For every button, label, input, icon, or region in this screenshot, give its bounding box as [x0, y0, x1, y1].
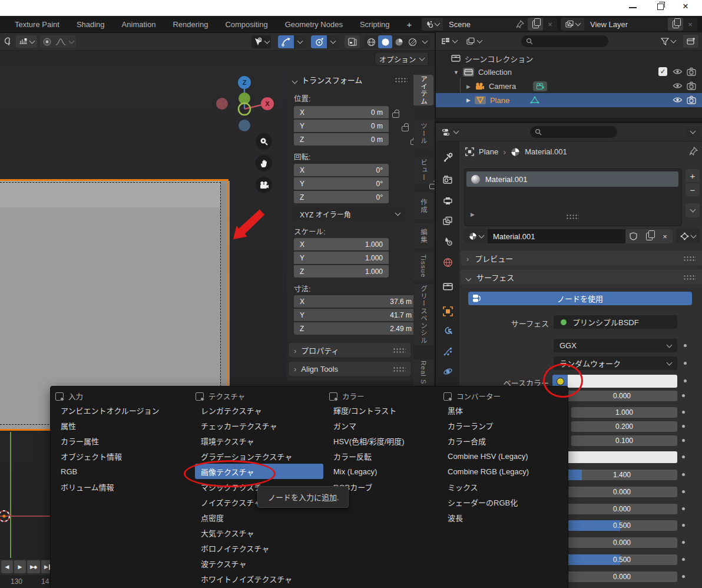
gizmo-neg-x-axis[interactable]: [216, 98, 228, 110]
proportional-editing-toggle[interactable]: [311, 35, 327, 48]
disclosure-open-icon[interactable]: ▼: [453, 70, 459, 75]
animate-dot[interactable]: [682, 524, 685, 527]
animate-dot[interactable]: [682, 507, 685, 510]
menu-item-color-attribute[interactable]: カラー属性: [61, 433, 99, 448]
view-layer-selector[interactable]: View Layer ×: [561, 18, 697, 31]
camera-view-button[interactable]: [256, 177, 272, 193]
menu-item-shader-to-rgb[interactable]: シェーダーのRGB化: [448, 494, 518, 510]
tab-view-layer-icon[interactable]: [443, 216, 453, 226]
node-tree-dropdown[interactable]: [675, 229, 700, 243]
shading-rendered-button[interactable]: [406, 35, 419, 48]
shader-number-field[interactable]: 0.000: [567, 572, 677, 582]
render-preview-toggle[interactable]: [345, 35, 360, 48]
shader-number-field[interactable]: 0.000: [567, 391, 677, 401]
menu-item-combine-hsv-legacy[interactable]: Combine HSV (Legacy): [448, 448, 528, 464]
collection-checkbox[interactable]: ✓: [658, 67, 667, 76]
breadcrumb-material[interactable]: Material.001: [525, 147, 567, 156]
base-color-swatch[interactable]: [568, 375, 677, 388]
menu-item-color-ramp[interactable]: カラーランプ: [448, 418, 494, 433]
close-button[interactable]: ×: [683, 1, 688, 12]
hide-viewport-eye-icon[interactable]: [673, 95, 683, 104]
menu-item-mix[interactable]: ミックス: [448, 479, 478, 494]
tab-render-icon[interactable]: [443, 175, 453, 184]
scene-selector[interactable]: Scene ×: [422, 18, 557, 31]
scale-z-field[interactable]: Z1.000: [294, 265, 389, 278]
menu-item-sky-texture[interactable]: 大気テクスチャ: [201, 525, 254, 540]
animate-dot[interactable]: [682, 541, 685, 544]
disclosure-closed-icon[interactable]: ▶: [466, 97, 471, 103]
curve-falloff-dropdown[interactable]: [16, 35, 37, 48]
shader-number-field[interactable]: 1.000: [571, 407, 677, 418]
menu-item-object-info[interactable]: オブジェクト情報: [61, 448, 122, 464]
workspace-tab-animation[interactable]: Animation: [122, 20, 156, 29]
scale-x-field[interactable]: X1.000: [294, 238, 389, 250]
surface-shader-field[interactable]: プリンシプルBSDF: [554, 315, 677, 329]
menu-item-invert-color[interactable]: カラー反転: [333, 448, 372, 464]
dimensions-x-field[interactable]: X37.6 m: [294, 295, 418, 308]
menu-item-gamma[interactable]: ガンマ: [333, 418, 356, 433]
shader-slider-field[interactable]: 0.500: [567, 520, 677, 531]
falloff-curve-icon[interactable]: [55, 38, 66, 46]
slot-list-resize-grip[interactable]: [566, 214, 579, 219]
menu-item-wavelength[interactable]: 波長: [448, 510, 463, 525]
menu-item-volume-info[interactable]: ボリューム情報: [61, 479, 114, 494]
menu-item-combine-color[interactable]: カラー合成: [448, 433, 486, 448]
snap-toggle[interactable]: [278, 35, 294, 48]
menu-item-blackbody[interactable]: 黒体: [448, 402, 463, 418]
menu-item-ambient-occlusion[interactable]: アンビエントオクルージョン: [61, 402, 160, 418]
disclosure-closed-icon[interactable]: ▶: [466, 84, 471, 90]
workspace-tab-geometry-nodes[interactable]: Geometry Nodes: [285, 20, 343, 29]
tab-scene-icon[interactable]: [443, 236, 453, 246]
menu-item-wave-texture[interactable]: 波テクスチャ: [201, 556, 246, 571]
location-x-field[interactable]: X0 m: [294, 106, 389, 118]
disable-render-camera-icon[interactable]: [687, 81, 696, 90]
view-layer-browse-button[interactable]: [561, 18, 584, 31]
shader-number-field[interactable]: 0.000: [567, 487, 677, 497]
shader-color-swatch[interactable]: [565, 451, 677, 463]
animate-dot[interactable]: [684, 379, 687, 382]
menu-item-brick-texture[interactable]: レンガテクスチャ: [201, 402, 261, 418]
sidebar-tab-item[interactable]: アイテム: [413, 75, 433, 105]
animate-dot[interactable]: [682, 439, 685, 442]
transform-panel-header[interactable]: トランスフォーム: [293, 74, 408, 85]
sidebar-tab-tool[interactable]: ツール: [413, 120, 433, 147]
tab-output-icon[interactable]: [443, 196, 453, 206]
align-tools-subpanel-header[interactable]: ›Align Tools: [289, 362, 410, 376]
sidebar-tab-grease-pencil[interactable]: グリースペンシル: [413, 284, 433, 345]
lock-location-x-icon[interactable]: [392, 113, 399, 118]
rotation-y-field[interactable]: Y0°: [294, 177, 389, 190]
add-workspace-button[interactable]: +: [407, 19, 412, 29]
lock-location-y-icon[interactable]: [402, 126, 409, 131]
shader-slider-field[interactable]: 0.500: [567, 554, 677, 565]
minimize-button[interactable]: [629, 7, 637, 8]
proportional-options-dropdown[interactable]: [327, 35, 339, 48]
outliner-row-scene-collection[interactable]: シーンコレクション: [451, 52, 533, 65]
scene-unlink-icon[interactable]: ×: [543, 20, 557, 29]
properties-search-input[interactable]: [530, 126, 617, 138]
workspace-tab-compositing[interactable]: Compositing: [225, 20, 267, 29]
remove-slot-button[interactable]: −: [686, 183, 700, 196]
scene-browse-button[interactable]: [422, 18, 443, 31]
menu-item-environment-texture[interactable]: 環境テクスチャ: [201, 433, 254, 448]
disable-render-camera-icon[interactable]: [687, 95, 696, 104]
sidebar-tab-edit[interactable]: 編集: [413, 223, 433, 249]
zoom-button[interactable]: [256, 133, 272, 150]
workspace-tab-shading[interactable]: Shading: [77, 20, 105, 29]
view-layer-copy-button[interactable]: [668, 18, 683, 31]
material-slot-active[interactable]: Material.001: [466, 171, 678, 187]
tab-collection-icon[interactable]: [443, 282, 453, 291]
sidebar-tab-view[interactable]: ビュー: [413, 157, 433, 184]
menu-item-bright-contrast[interactable]: 輝度/コントラスト: [333, 402, 396, 418]
rotation-z-field[interactable]: Z0°: [294, 191, 389, 203]
animate-dot[interactable]: [682, 473, 685, 476]
menu-item-attribute[interactable]: 属性: [61, 418, 76, 433]
scene-copy-button[interactable]: [528, 18, 543, 31]
shading-options-dropdown[interactable]: [419, 35, 430, 48]
shading-solid-button[interactable]: [378, 35, 392, 48]
material-name-field[interactable]: Material.001: [488, 229, 625, 243]
distribution-dropdown[interactable]: GGX: [554, 339, 677, 352]
tab-object-icon[interactable]: [443, 306, 453, 316]
object-visibility-dropdown[interactable]: [251, 35, 271, 48]
new-collection-button[interactable]: [683, 35, 698, 48]
tab-world-icon[interactable]: [443, 257, 453, 267]
